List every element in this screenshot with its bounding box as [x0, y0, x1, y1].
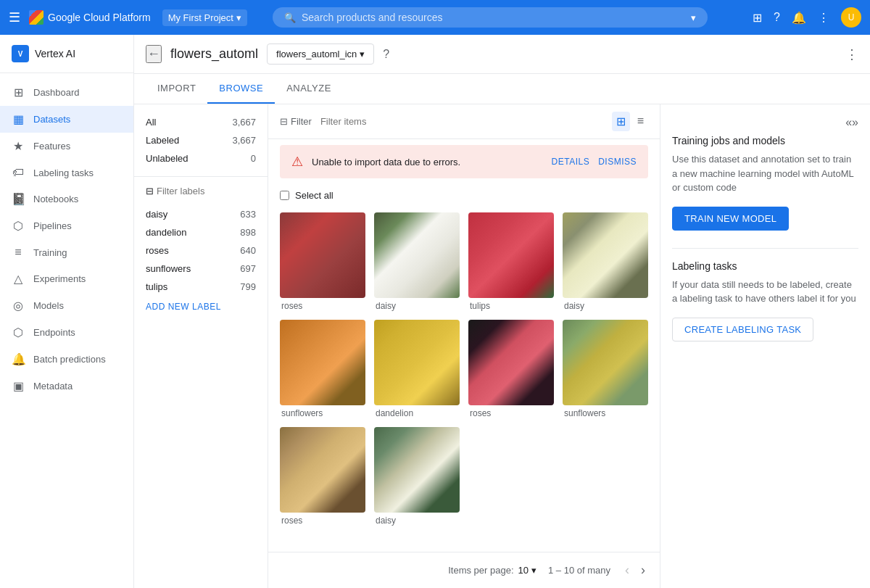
label-item-dandelion[interactable]: dandelion 898 [134, 223, 268, 241]
prev-page-button[interactable]: ‹ [622, 561, 632, 579]
sidebar-item-label: Notebooks [33, 194, 78, 204]
sidebar-item-features[interactable]: ★ Features [0, 133, 133, 160]
label-item-sunflowers[interactable]: sunflowers 697 [134, 260, 268, 278]
sidebar-item-dashboard[interactable]: ⊞ Dashboard [0, 79, 133, 106]
create-labeling-task-button[interactable]: CREATE LABELING TASK [672, 318, 813, 341]
label-row-unlabeled: Unlabeled 0 [146, 149, 256, 167]
image-item[interactable]: roses [468, 320, 554, 418]
label-count: 3,667 [232, 135, 256, 146]
image-placeholder [280, 427, 365, 513]
image-thumbnail [563, 212, 648, 298]
dashboard-icon: ⊞ [12, 86, 25, 99]
image-item[interactable]: sunflowers [563, 320, 648, 418]
sidebar-item-training[interactable]: ≡ Training [0, 239, 133, 265]
filter-button[interactable]: ⊟ Filter [280, 116, 312, 127]
settings-icon[interactable]: ⋮ [818, 11, 829, 25]
label-count: 3,667 [232, 117, 256, 128]
image-label: dandelion [374, 408, 460, 418]
grid-view-button[interactable]: ⊞ [612, 112, 630, 131]
image-item[interactable]: tulips [468, 212, 554, 311]
notifications-icon[interactable]: 🔔 [792, 11, 806, 25]
image-item[interactable]: sunflowers [280, 320, 365, 418]
filter-icon: ⊟ [146, 186, 154, 196]
endpoints-icon: ⬡ [12, 326, 25, 339]
avatar[interactable]: U [841, 7, 861, 28]
help-circle-icon[interactable]: ? [383, 48, 389, 61]
back-button[interactable]: ← [146, 45, 162, 63]
menu-icon[interactable]: ☰ [9, 9, 20, 25]
image-label: tulips [468, 301, 554, 311]
sidebar-item-pipelines[interactable]: ⬡ Pipelines [0, 212, 133, 239]
label-item-roses[interactable]: roses 640 [134, 241, 268, 260]
filter-items-input[interactable] [320, 116, 603, 127]
tabs: IMPORT BROWSE ANALYZE [134, 74, 870, 104]
label-item-count: 697 [240, 263, 256, 274]
details-button[interactable]: DETAILS [552, 157, 590, 167]
filter-labels-input[interactable] [157, 186, 268, 196]
datasets-icon: ▦ [12, 112, 25, 126]
pipelines-icon: ⬡ [12, 219, 25, 233]
add-new-label-button[interactable]: ADD NEW LABEL [134, 296, 268, 318]
image-item[interactable]: roses [280, 427, 365, 526]
sidebar-item-metadata[interactable]: ▣ Metadata [0, 373, 133, 399]
image-item[interactable]: daisy [374, 427, 460, 526]
sidebar-item-notebooks[interactable]: 📓 Notebooks [0, 186, 133, 212]
sidebar-item-experiments[interactable]: △ Experiments [0, 265, 133, 292]
sidebar-item-batch[interactable]: 🔔 Batch predictions [0, 346, 133, 373]
image-label: daisy [563, 301, 648, 311]
search-input[interactable] [302, 12, 685, 23]
select-all-checkbox[interactable] [280, 191, 289, 200]
sidebar-item-label: Training [33, 247, 67, 258]
label-item-count: 898 [240, 227, 256, 238]
image-placeholder [468, 212, 554, 298]
list-view-button[interactable]: ≡ [633, 112, 648, 131]
search-bar[interactable]: 🔍 ▾ [273, 7, 708, 28]
dataset-dropdown-icon: ▾ [360, 49, 365, 59]
next-page-button[interactable]: › [638, 561, 648, 579]
error-text: Unable to import data due to errors. [312, 157, 543, 167]
image-item[interactable]: roses [280, 212, 365, 311]
tab-import[interactable]: IMPORT [146, 74, 207, 104]
image-item[interactable]: daisy [374, 212, 460, 311]
per-page-select[interactable]: 10 ▾ [518, 565, 536, 576]
label-item-tulips[interactable]: tulips 799 [134, 278, 268, 296]
image-thumbnail [374, 320, 460, 405]
experiments-icon: △ [12, 272, 25, 286]
help-icon[interactable]: ? [774, 11, 780, 24]
divider [672, 248, 858, 249]
sidebar-item-endpoints[interactable]: ⬡ Endpoints [0, 319, 133, 346]
toggle-panel-button[interactable]: «» [845, 116, 858, 129]
sidebar-item-label: Labeling tasks [33, 167, 94, 178]
label-items: daisy 633 dandelion 898 roses 640 sunflo… [134, 205, 268, 296]
error-banner: ⚠ Unable to import data due to errors. D… [280, 145, 648, 178]
sidebar-item-label: Models [33, 300, 64, 311]
image-thumbnail [280, 212, 365, 298]
more-icon[interactable]: ⋮ [845, 46, 858, 62]
page-nav: ‹ › [622, 561, 648, 579]
filter-icon: ⊟ [280, 116, 288, 127]
label-item-count: 799 [240, 281, 256, 292]
content-area: All 3,667 Labeled 3,667 Unlabeled 0 ⊟ [134, 104, 870, 588]
dataset-selector[interactable]: flowers_automl_icn ▾ [267, 44, 374, 65]
label-item-daisy[interactable]: daisy 633 [134, 205, 268, 223]
label-item-name: roses [146, 245, 169, 256]
image-item[interactable]: daisy [563, 212, 648, 311]
train-new-model-button[interactable]: TRAIN NEW MODEL [672, 207, 789, 231]
sidebar-item-labeling[interactable]: 🏷 Labeling tasks [0, 160, 133, 186]
image-thumbnail [374, 212, 460, 298]
image-label: sunflowers [280, 408, 365, 418]
image-label: roses [280, 515, 365, 526]
sidebar-item-models[interactable]: ◎ Models [0, 292, 133, 319]
image-thumbnail [563, 320, 648, 405]
search-dropdown-icon[interactable]: ▾ [691, 12, 696, 23]
tab-browse[interactable]: BROWSE [207, 74, 275, 104]
tab-analyze[interactable]: ANALYZE [275, 74, 343, 104]
sidebar-item-datasets[interactable]: ▦ Datasets [0, 106, 133, 133]
dismiss-button[interactable]: DISMISS [598, 157, 637, 167]
apps-icon[interactable]: ⊞ [753, 11, 762, 25]
error-icon: ⚠ [291, 154, 303, 170]
project-selector[interactable]: My First Project ▾ [162, 9, 247, 26]
image-item[interactable]: dandelion [374, 320, 460, 418]
image-thumbnail [468, 212, 554, 298]
view-buttons: ⊞ ≡ [612, 112, 648, 131]
